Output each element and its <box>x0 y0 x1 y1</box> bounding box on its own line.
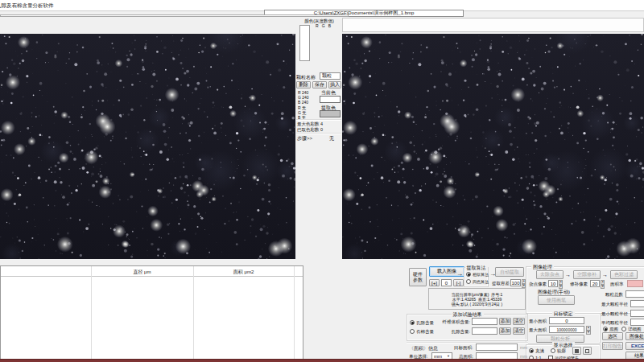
image-process-button[interactable]: 图像处理 <box>625 332 644 340</box>
max-area-label: 最大面积 <box>529 327 547 333</box>
picked-color-swatch <box>320 110 341 117</box>
algorithm-group: 提取算法 相似算法 四色算法 <box>464 267 489 287</box>
max-colors-label: 最大色彩数 4 <box>297 121 323 127</box>
excel-export-button[interactable]: EXCEL <box>625 342 644 350</box>
spin-down-icon: ▼ <box>601 285 605 290</box>
outline-preview-button[interactable] <box>583 347 592 355</box>
pore-content-input[interactable] <box>472 327 497 335</box>
arrow-icon: → <box>456 270 463 278</box>
radio-icon <box>603 327 608 331</box>
use-brush-button[interactable]: 使用画笔 <box>538 295 575 305</box>
step-value: 无 <box>329 135 334 142</box>
patch-pixel-input[interactable]: 20 <box>590 280 600 287</box>
delete-button[interactable]: 删除 <box>296 81 311 88</box>
radio-icon <box>410 320 415 325</box>
radio-asbestos-content[interactable]: 石棉含量 <box>410 329 434 335</box>
avg-radius-input[interactable] <box>630 319 644 326</box>
table-col-area: 面积 μm2 <box>193 269 294 276</box>
min-radius-label: 最小颗粒半径 <box>601 311 628 317</box>
window-title: 孔隙及石棉含量分析软件 <box>0 2 54 10</box>
zoom-value-box[interactable]: 0 <box>441 279 452 286</box>
auto-extract-button[interactable]: 自动提取 <box>495 267 524 277</box>
patch-spinner[interactable]: ▲▼ <box>601 280 605 287</box>
rgb-header: R G B <box>316 23 331 28</box>
target-area-label: 目标面积: <box>454 345 473 351</box>
zoom-out-button[interactable]: [-] <box>453 279 464 286</box>
color-listbox[interactable] <box>299 25 310 61</box>
resolution-info-box: 当前分辨率(μm/像素) 序号:1 水平:1.43265 垂直:1.45339 … <box>428 288 526 310</box>
particle-total-label: 颗粒总数 <box>605 292 623 298</box>
print-report-button[interactable]: 打印报告 <box>602 342 623 350</box>
divider <box>296 133 341 134</box>
particle-total-input[interactable] <box>625 290 644 298</box>
fiber-content-input[interactable] <box>472 318 497 325</box>
area-rate-box[interactable] <box>627 280 643 287</box>
max-area-spinner[interactable]: ▲▼ <box>586 326 591 333</box>
radio-icon <box>466 279 471 284</box>
color-filter-button[interactable]: 色彩过滤 <box>610 270 638 279</box>
current-b: B 240 <box>298 100 308 105</box>
divider <box>296 119 341 121</box>
progress-bar[interactable] <box>0 14 349 17</box>
hardware-params-button[interactable]: 硬件 参数 <box>409 268 427 286</box>
save-button[interactable]: 保存 <box>312 81 327 88</box>
min-area-label: 最小面积 <box>529 319 547 324</box>
area-rate-label: 面积率 <box>610 282 624 287</box>
table-divider <box>91 266 92 359</box>
outline-square-icon <box>585 349 589 353</box>
min-area-input[interactable]: 0 <box>549 317 584 324</box>
table-col-diameter: 直径 μm <box>91 269 193 276</box>
table-divider <box>294 266 295 359</box>
arrow-icon: → <box>565 272 571 278</box>
radio-detail-view[interactable]: 详细图 <box>621 327 642 332</box>
fiber-clear-button[interactable]: 清空 <box>513 318 525 325</box>
max-radius-input[interactable] <box>630 300 644 307</box>
microscopy-image-left[interactable] <box>0 34 295 259</box>
radio-icon <box>621 327 626 331</box>
fill-preview-button[interactable] <box>572 347 581 355</box>
arrow-icon: → <box>602 272 608 278</box>
radio-outline[interactable]: 轮廓 <box>551 348 566 354</box>
denoise-button[interactable]: 去除杂点 <box>536 270 564 279</box>
step-label: 步骤>> <box>297 135 312 142</box>
radio-icon <box>551 348 555 353</box>
fiber-add-button[interactable]: 添加 <box>499 318 511 325</box>
denoise-spinner[interactable]: ▲▼ <box>559 280 563 287</box>
tolerance-label: 提取容差 <box>492 281 510 286</box>
radio-pore-content[interactable]: 孔隙含量 <box>410 320 434 326</box>
table-divider <box>193 266 194 359</box>
radio-icon <box>466 272 471 277</box>
pore-content-label: 孔隙含量: <box>433 329 470 335</box>
denoise-pixel-input[interactable]: 10 <box>548 280 558 287</box>
insert-button[interactable]: 插入 <box>328 81 341 88</box>
fiber-content-label: 纤维体积含量: <box>433 319 470 325</box>
microscopy-image-right[interactable] <box>342 34 644 259</box>
particle-name-input[interactable]: 颗粒 <box>320 72 341 80</box>
bottom-window-edge <box>0 359 644 362</box>
patch-pixel-label: 修补像素 <box>570 282 588 287</box>
tolerance-input[interactable]: 100 <box>510 279 521 286</box>
particle-name-label: 颗粒名称 <box>296 74 316 81</box>
pore-clear-button[interactable]: 清空 <box>513 327 525 335</box>
target-area-input[interactable] <box>476 343 518 351</box>
spin-down-icon: ▼ <box>586 331 591 335</box>
radio-original-view[interactable]: 原图 <box>603 327 618 332</box>
min-radius-input[interactable] <box>630 310 644 317</box>
zoom-in-button[interactable]: [+] <box>429 279 440 286</box>
resolution-line3: 镜头:默认 ( 2020年9月24日 ) <box>452 302 502 306</box>
picked-colors-label: 已取色彩数 0 <box>297 127 323 133</box>
max-area-input[interactable]: 100000000 <box>549 326 584 333</box>
patch-gaps-button[interactable]: 空隙修补 <box>573 270 601 279</box>
region-select-button[interactable]: 选区 <box>602 332 623 340</box>
max-radius-label: 最大颗粒半径 <box>601 302 628 307</box>
radio-fill[interactable]: 充满 <box>529 348 544 354</box>
right-image-header <box>342 18 644 32</box>
radio-fourcolor-algorithm[interactable]: 四色算法 <box>466 279 489 284</box>
avg-radius-label: 平均颗粒半径 <box>601 320 628 326</box>
measurement-table[interactable]: 直径 μm 面积 μm2 <box>0 265 303 360</box>
algorithm-group-title: 提取算法 <box>465 265 488 272</box>
pore-add-button[interactable]: 添加 <box>499 327 511 335</box>
chevron-down-icon: ▼ <box>447 354 450 358</box>
radio-similar-algorithm[interactable]: 相似算法 <box>466 272 489 277</box>
filled-square-icon <box>575 349 579 353</box>
